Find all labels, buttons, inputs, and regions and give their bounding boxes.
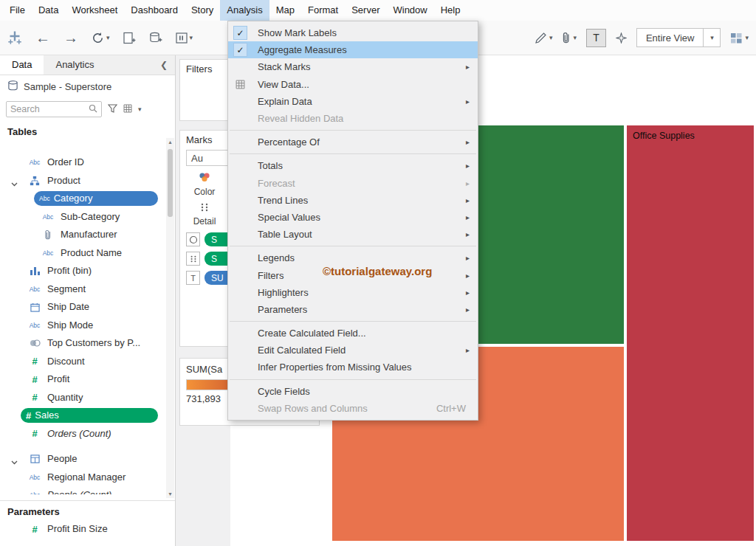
field-discount[interactable]: #Discount [0,353,167,371]
wand-icon[interactable] [616,32,627,44]
field-pill[interactable]: #Sales [21,408,158,423]
menu-item-legends[interactable]: Legends▸ [228,249,478,266]
scroll-thumb[interactable] [168,149,173,217]
chevron-down-icon[interactable]: ▾ [704,34,720,41]
menu-item-percentage-of[interactable]: Percentage Of▸ [228,134,478,151]
field-profit-bin[interactable]: Profit (bin) [0,262,167,280]
field-sub-category[interactable]: AbcSub-Category [0,208,167,227]
menu-item-stack-marks[interactable]: Stack Marks▸ [228,58,478,75]
show-me-button[interactable]: ▾ [730,32,749,44]
back-arrow-icon[interactable]: ← [35,30,50,45]
menu-item-cycle-fields[interactable]: Cycle Fields [228,383,478,400]
field-manufacturer[interactable]: Manufacturer [0,226,167,244]
menu-item-aggregate-measures[interactable]: ✓Aggregate Measures [228,41,478,58]
collapse-pane-icon[interactable]: ❮ [153,55,175,75]
menu-item-label: Filters [258,270,284,281]
menubar-item-data[interactable]: Data [32,0,65,21]
pause-auto-updates-icon[interactable]: ▾ [176,32,193,44]
scrollbar-vertical[interactable]: ▴ ▾ [166,138,174,498]
menu-item-infer-properties-from-missing-values[interactable]: Infer Properties from Missing Values [228,359,478,376]
detail-icon[interactable] [186,252,200,266]
menubar-item-analysis[interactable]: Analysis [220,0,269,21]
tab-analytics[interactable]: Analytics [44,55,106,75]
field-orders-count[interactable]: #Orders (Count) [0,425,167,443]
expand-caret-icon[interactable] [11,178,18,189]
checkmark-icon: ✓ [233,43,247,57]
field-category[interactable]: AbcCategory [0,190,167,208]
menu-item-forecast[interactable]: Forecast▸ [228,175,478,192]
menu-item-parameters[interactable]: Parameters▸ [228,301,478,318]
field-label: Sub-Category [61,208,120,227]
chevron-down-icon[interactable]: ▾ [138,106,142,113]
tableau-logo-icon[interactable] [7,30,22,45]
field-top-customers-by-p[interactable]: Top Customers by P... [0,334,167,353]
menu-item-shortcut: Ctrl+W [436,403,466,414]
hierarchy-icon [25,172,44,190]
circle-icon[interactable] [186,232,200,246]
treemap-block[interactable]: Office Supplies [627,125,754,541]
search-input[interactable]: Search [6,101,102,117]
field-sales[interactable]: #Sales [0,407,167,425]
menu-item-show-mark-labels[interactable]: ✓Show Mark Labels [228,24,478,41]
menu-item-special-values[interactable]: Special Values▸ [228,209,478,226]
paperclip-icon[interactable]: ▾ [562,32,577,44]
analysis-menu: ©tutorialgateway.org ✓Show Mark Labels✓A… [227,21,478,421]
new-datasource-icon[interactable] [149,32,162,44]
menu-item-swap-rows-and-columns[interactable]: Swap Rows and ColumnsCtrl+W [228,400,478,417]
field-ship-mode[interactable]: AbcShip Mode [0,317,167,335]
menubar-item-format[interactable]: Format [301,0,345,21]
menubar-item-help[interactable]: Help [434,0,467,21]
field-regional-manager[interactable]: AbcRegional Manager [0,469,167,487]
forward-arrow-icon[interactable]: → [63,30,78,45]
menubar-item-server[interactable]: Server [345,0,386,21]
field-profit-bin-size[interactable]: #Profit Bin Size [0,520,175,539]
field-pill[interactable]: AbcCategory [34,191,158,206]
menubar-item-map[interactable]: Map [269,0,301,21]
field-product-name[interactable]: AbcProduct Name [0,244,167,263]
refresh-datasource-icon[interactable]: ▾ [92,32,110,44]
menu-item-explain-data[interactable]: Explain Data▸ [228,93,478,110]
field-quantity[interactable]: #Quantity [0,389,167,407]
new-worksheet-icon[interactable] [123,32,136,44]
field-profit[interactable]: #Profit [0,370,167,389]
field-segment[interactable]: AbcSegment [0,280,167,299]
color-button[interactable]: Color [188,172,221,197]
menubar-item-window[interactable]: Window [386,0,433,21]
scroll-up-icon[interactable]: ▴ [166,139,174,145]
menu-item-create-calculated-field[interactable]: Create Calculated Field... [228,325,478,342]
menubar-item-worksheet[interactable]: Worksheet [65,0,124,21]
dropdown-caret-icon[interactable]: ▾ [106,35,110,41]
fit-selector-value: Entire View [637,32,704,44]
dropdown-caret-icon[interactable]: ▾ [573,35,577,41]
dropdown-caret-icon[interactable]: ▾ [190,35,193,41]
highlighter-icon[interactable]: ▾ [535,32,553,44]
field-ship-date[interactable]: Ship Date [0,298,167,317]
menu-item-table-layout[interactable]: Table Layout▸ [228,226,478,243]
dropdown-caret-icon[interactable]: ▾ [745,35,749,41]
menu-item-totals[interactable]: Totals▸ [228,157,478,174]
menu-item-label: Highlighters [258,287,309,298]
expand-caret-icon[interactable] [11,456,18,467]
view-grid-icon[interactable] [123,104,132,115]
field-order-id[interactable]: AbcOrder ID [0,153,167,172]
field-people-count[interactable]: AbcPeople (Count) [0,486,167,494]
menubar-item-file[interactable]: File [3,0,32,21]
field-product[interactable]: Product [0,172,167,190]
menubar-item-dashboard[interactable]: Dashboard [124,0,185,21]
menu-item-trend-lines[interactable]: Trend Lines▸ [228,192,478,209]
datasource-row[interactable]: Sample - Superstore [0,75,175,97]
detail-button[interactable]: Detail [188,203,221,227]
menu-item-edit-calculated-field[interactable]: Edit Calculated Field▸ [228,342,478,359]
menu-item-reveal-hidden-data[interactable]: Reveal Hidden Data [228,110,478,127]
fit-selector[interactable]: Entire View ▾ [636,28,721,47]
menubar-item-story[interactable]: Story [185,0,220,21]
tab-data[interactable]: Data [0,55,44,75]
field-people[interactable]: People [0,450,167,469]
menu-item-view-data[interactable]: View Data... [228,76,478,93]
menu-item-highlighters[interactable]: Highlighters▸ [228,284,478,301]
label-icon[interactable]: T [186,271,200,285]
show-mark-labels-button[interactable]: T [586,29,606,47]
filter-fields-icon[interactable] [108,104,117,115]
dropdown-caret-icon[interactable]: ▾ [549,35,553,41]
scroll-down-icon[interactable]: ▾ [166,491,174,497]
